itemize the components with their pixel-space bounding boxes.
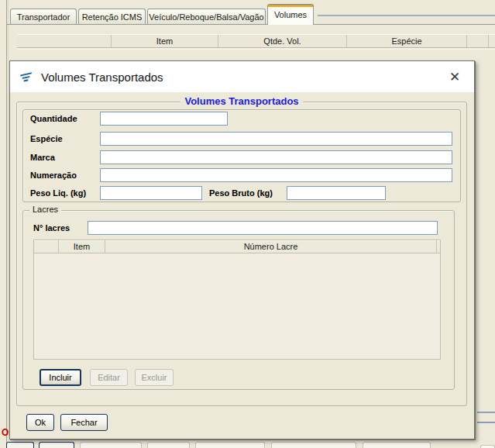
lacres-legend: Lacres (29, 205, 61, 214)
dialog-title: Volumes Transportados (41, 71, 163, 84)
lacres-table: Item Número Lacre (33, 240, 441, 360)
background-field-edge (477, 412, 495, 413)
background-panel-edge (318, 15, 495, 16)
lacre-column-item: Item (58, 240, 105, 253)
tab-label: Retenção ICMS (82, 12, 143, 22)
column-header-qtde-vol: Qtde. Vol. (218, 35, 346, 47)
numeracao-input[interactable] (100, 168, 452, 182)
background-button-partial[interactable] (480, 445, 495, 448)
lacre-column-numero-lacre: Número Lacre (105, 240, 436, 253)
numero-lacres-label: N° lacres (33, 221, 70, 235)
background-button-partial[interactable] (39, 442, 74, 448)
tab-label: Transportador (17, 12, 70, 22)
peso-bruto-label: Peso Bruto (kg) (209, 186, 273, 200)
background-button-partial[interactable] (80, 442, 142, 448)
background-button-partial[interactable] (271, 442, 356, 448)
tab-transportador[interactable]: Transportador (10, 9, 77, 24)
especie-label: Espécie (30, 132, 63, 146)
peso-liq-input[interactable] (100, 186, 202, 200)
column-header-clipped-end (488, 35, 495, 47)
volumes-table-header: Item Qtde. Vol. Espécie (17, 34, 495, 48)
background-button-partial[interactable] (195, 442, 265, 448)
peso-liq-label: Peso Liq. (kg) (30, 186, 86, 200)
tab-veiculo-reboque-balsa-vagao[interactable]: Veículo/Reboque/Balsa/Vagão (147, 9, 266, 24)
column-header-blank (17, 35, 111, 47)
column-header-item: Item (111, 35, 218, 47)
column-header-clipped (466, 35, 488, 47)
numero-lacres-input[interactable] (88, 221, 438, 235)
lacre-column-blank (34, 240, 58, 253)
quantidade-label: Quantidade (30, 112, 77, 126)
incluir-button[interactable]: Incluir (40, 369, 81, 386)
fechar-button[interactable]: Fechar (60, 414, 108, 431)
volumes-transportados-dialog: Volumes Transportados ✕ Volumes Transpor… (9, 60, 475, 439)
tab-panel-border (7, 24, 495, 25)
especie-input[interactable] (100, 132, 452, 146)
tab-volumes[interactable]: Volumes (267, 4, 314, 25)
window-left-border (6, 0, 7, 448)
background-field-edge (477, 422, 495, 423)
lacres-table-header: Item Número Lacre (34, 240, 440, 253)
tab-retencao-icms[interactable]: Retenção ICMS (78, 9, 146, 24)
editar-button[interactable]: Editar (90, 369, 128, 386)
quantidade-input[interactable] (100, 112, 228, 126)
peso-bruto-input[interactable] (287, 186, 386, 200)
marca-input[interactable] (100, 150, 452, 164)
tab-label: Veículo/Reboque/Balsa/Vagão (149, 12, 263, 22)
groupbox-legend: Volumes Transportados (180, 95, 303, 107)
sefaz-icon (19, 71, 34, 83)
lacre-column-gutter (436, 240, 440, 253)
dialog-titlebar[interactable]: Volumes Transportados ✕ (10, 61, 474, 92)
marca-label: Marca (30, 150, 55, 164)
window-left-border-highlight (8, 0, 9, 448)
close-icon[interactable]: ✕ (445, 67, 465, 87)
volumes-table-body-edge (17, 48, 495, 50)
ok-button[interactable]: Ok (26, 414, 54, 431)
tab-label: Volumes (274, 10, 307, 19)
excluir-button[interactable]: Excluir (135, 369, 174, 386)
app-window: { "background": { "tabs": [ { "label": "… (0, 0, 495, 448)
numeracao-label: Numeração (30, 168, 77, 182)
column-header-especie: Espécie (346, 35, 466, 47)
background-button-partial[interactable] (363, 442, 431, 448)
background-button-partial[interactable] (6, 442, 34, 448)
background-button-partial[interactable] (147, 442, 190, 448)
